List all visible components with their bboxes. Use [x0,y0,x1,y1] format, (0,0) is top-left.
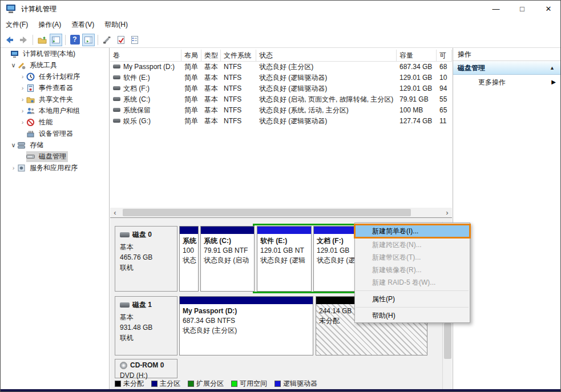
volume-row[interactable]: My Passport (D:) 简单 基本 NTFS 状态良好 (主分区) 6… [110,62,452,72]
menu-item-properties[interactable]: 属性(P) [355,293,470,305]
menu-item-new-striped-volume: 新建带区卷(T)... [355,251,470,264]
tree-item-services-applications[interactable]: › 服务和应用程序 [1,162,109,173]
back-icon[interactable] [3,34,16,46]
checkmark-document-icon[interactable] [115,34,127,46]
show-action-pane-icon[interactable] [82,34,95,46]
tree-item-storage[interactable]: ∨ 存储 [1,139,109,151]
partition-e[interactable]: 软件 (E:) 129.01 GB NT 状态良好 (逻辑 [257,226,312,292]
legend-unallocated: 未分配 [115,379,144,389]
disk-icon [120,302,130,308]
computer-icon [10,50,19,58]
performance-icon [26,118,35,127]
partition-legend: 未分配 主分区 扩展分区 可用空间 逻辑驱动器 [115,379,317,389]
column-header-free[interactable]: 可 [437,50,452,61]
export-folder-icon[interactable] [36,34,49,46]
volume-icon [113,108,120,112]
chevron-right-icon: ▶ [551,75,556,90]
partition-system-reserved[interactable]: 系统 100 状态 [179,226,199,292]
tree-item-shared-folders[interactable]: › 共享文件夹 [1,94,109,105]
tree-item-local-users-groups[interactable]: › 本地用户和组 [1,105,109,116]
pane-splitter[interactable] [110,217,452,222]
partition-c[interactable]: 系统 (C:) 79.91 GB NTF 状态良好 (启动 [200,226,255,292]
disk1-header[interactable]: 磁盘 1 基本 931.48 GB 联机 [115,296,177,355]
menu-separator [356,307,469,308]
tree-expander[interactable]: › [19,119,26,126]
minimize-button[interactable]: — [483,1,509,18]
more-actions-item[interactable]: 更多操作 ▶ [453,75,561,90]
volume-row[interactable]: 娱乐 (G:) 简单 基本 NTFS 状态良好 (逻辑驱动器) 127.74 G… [110,116,452,127]
close-button[interactable]: ✕ [535,1,561,18]
menu-separator [356,290,469,291]
disk0-header[interactable]: 磁盘 0 基本 465.76 GB 联机 [115,226,177,292]
disk-management-icon [26,152,35,161]
partition-d[interactable]: My Passport (D:) 687.34 GB NTFS 状态良好 (主分… [179,296,313,355]
column-header-type[interactable]: 类型 [201,50,221,61]
volume-row[interactable]: 系统保留 简单 基本 NTFS 状态良好 (系统, 活动, 主分区) 100 M… [110,105,452,116]
column-header-filesystem[interactable]: 文件系统 [221,50,256,61]
disk-icon [120,232,130,237]
scrollbar-thumb[interactable] [123,209,411,216]
menu-item-help[interactable]: 帮助(H) [355,309,470,322]
column-header-status[interactable]: 状态 [256,50,397,61]
screwdriver-icon[interactable] [101,34,114,46]
app-icon [6,5,17,14]
scroll-left-icon[interactable]: ‹ [110,208,120,217]
volume-icon [113,119,120,123]
menu-file[interactable]: 文件(F) [1,18,33,32]
checklist-icon[interactable] [128,34,141,46]
event-viewer-icon [26,84,35,92]
tree-item-event-viewer[interactable]: › 事件查看器 [1,82,109,94]
column-header-capacity[interactable]: 容量 [397,50,437,61]
volume-row[interactable]: 软件 (E:) 简单 基本 NTFS 状态良好 (逻辑驱动器) 129.01 G… [110,72,452,83]
collapse-icon[interactable]: ▲ [550,61,555,75]
maximize-button[interactable]: □ [509,1,535,18]
tree-expander[interactable]: › [19,73,26,80]
legend-logical-drive: 逻辑驱动器 [275,379,317,389]
system-tools-icon [17,61,26,70]
tree-expander[interactable]: ∨ [10,62,17,69]
clock-icon [26,72,35,81]
menu-item-new-simple-volume[interactable]: 新建简单卷(I)... [354,224,471,239]
cd-icon [120,362,127,369]
help-icon[interactable]: ? [68,34,81,46]
legend-primary: 主分区 [151,379,180,389]
horizontal-scrollbar[interactable]: ‹ › [110,208,452,217]
action-pane-section-disk-management[interactable]: 磁盘管理 ▲ [453,61,561,75]
users-icon [26,107,35,115]
tree-expander[interactable]: › [19,96,26,103]
menu-action[interactable]: 操作(A) [33,18,66,32]
scroll-right-icon[interactable]: › [442,208,452,217]
partition-type-strip [257,227,311,234]
tree-expander[interactable]: › [10,164,17,171]
tree-item-performance[interactable]: › 性能 [1,116,109,128]
volume-icon [113,86,120,90]
legend-swatch [231,381,237,387]
cdrom-row: CD-ROM 0 DVD (H:) [110,359,452,378]
tree-item-disk-management[interactable]: 磁盘管理 [1,151,109,162]
tree-item-computer-management[interactable]: 计算机管理(本地) [1,48,109,59]
scrollbar-thumb[interactable] [444,323,451,359]
partition-type-strip [180,227,198,234]
menu-view[interactable]: 查看(V) [66,18,99,32]
tree-item-device-manager[interactable]: 设备管理器 [1,128,109,139]
forward-icon[interactable] [17,34,30,46]
volume-row[interactable]: 文档 (F:) 简单 基本 NTFS 状态良好 (逻辑驱动器) 129.01 G… [110,83,452,94]
show-console-tree-icon[interactable] [50,34,62,46]
menu-item-new-mirrored-volume: 新建镜像卷(R)... [355,264,470,276]
tree-expander[interactable]: ∨ [10,142,17,149]
menu-help[interactable]: 帮助(H) [99,18,133,32]
window-bottom-edge [1,389,561,392]
menu-item-new-raid5-volume: 新建 RAID-5 卷(W)... [355,276,470,289]
tree-item-task-scheduler[interactable]: › 任务计划程序 [1,71,109,82]
device-manager-icon [26,130,35,138]
cdrom-header[interactable]: CD-ROM 0 DVD (H:) [115,359,177,378]
legend-swatch [275,381,281,387]
column-header-volume[interactable]: 卷 [110,50,181,61]
toolbar-separator [33,35,33,45]
volume-row[interactable]: 系统 (C:) 简单 基本 NTFS 状态良好 (启动, 页面文件, 故障转储,… [110,94,452,105]
column-header-layout[interactable]: 布局 [181,50,201,61]
legend-free-space: 可用空间 [231,379,267,389]
tree-item-system-tools[interactable]: ∨ 系统工具 [1,59,109,71]
tree-expander[interactable]: › [19,107,26,114]
tree-expander[interactable]: › [19,84,26,91]
